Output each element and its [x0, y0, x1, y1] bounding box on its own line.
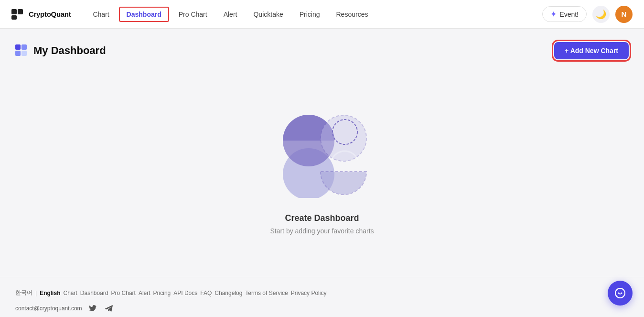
event-button[interactable]: ✦ Event! [542, 6, 587, 22]
svg-rect-5 [15, 51, 21, 56]
page-title-area: My Dashboard [15, 44, 106, 57]
svg-rect-6 [21, 51, 27, 56]
nav-alert[interactable]: Alert [217, 8, 244, 21]
add-new-chart-button[interactable]: + Add New Chart [554, 42, 629, 59]
footer-email: contact@cryptoquant.com [15, 305, 82, 312]
logo-icon [11, 9, 25, 20]
header-right: ✦ Event! 🌙 N [542, 6, 633, 23]
page-header: My Dashboard + Add New Chart [15, 42, 629, 59]
empty-illustration [274, 98, 370, 198]
svg-point-9 [321, 115, 366, 161]
header: CryptoQuant Chart Dashboard Pro Chart Al… [0, 0, 644, 29]
svg-rect-1 [18, 9, 23, 14]
empty-state-title: Create Dashboard [285, 213, 359, 223]
main-nav: Chart Dashboard Pro Chart Alert Quicktak… [86, 7, 542, 22]
footer-link-faq[interactable]: FAQ [200, 290, 212, 296]
brand-name: CryptoQuant [29, 10, 71, 18]
footer-lang-ko[interactable]: 한국어 [15, 289, 32, 297]
telegram-icon[interactable] [103, 303, 115, 314]
footer-link-dashboard[interactable]: Dashboard [80, 290, 108, 296]
footer-link-changelog[interactable]: Changelog [215, 290, 242, 296]
moon-icon: 🌙 [596, 9, 606, 20]
user-avatar[interactable]: N [615, 6, 633, 23]
nav-pro-chart[interactable]: Pro Chart [172, 8, 214, 21]
logo[interactable]: CryptoQuant [11, 9, 71, 20]
svg-rect-3 [15, 44, 21, 50]
avatar-initial: N [622, 10, 627, 18]
nav-quicktake[interactable]: Quicktake [247, 8, 290, 21]
svg-rect-2 [11, 15, 17, 20]
star-icon: ✦ [550, 10, 557, 19]
footer-link-pricing[interactable]: Pricing [153, 290, 171, 296]
footer-link-chart[interactable]: Chart [63, 290, 77, 296]
footer-link-pro-chart[interactable]: Pro Chart [111, 290, 136, 296]
footer-link-terms[interactable]: Terms of Service [245, 290, 288, 296]
twitter-icon[interactable] [87, 303, 98, 314]
footer-link-api-docs[interactable]: API Docs [173, 290, 197, 296]
nav-chart[interactable]: Chart [86, 8, 116, 21]
empty-state-subtitle: Start by adding your favorite charts [270, 227, 374, 235]
footer-link-alert[interactable]: Alert [139, 290, 150, 296]
dashboard-icon [15, 44, 28, 57]
svg-point-11 [615, 288, 625, 298]
nav-pricing[interactable]: Pricing [293, 8, 327, 21]
footer-lang-en[interactable]: English [40, 290, 60, 296]
nav-resources[interactable]: Resources [330, 8, 375, 21]
page-title: My Dashboard [33, 44, 106, 57]
empty-state: Create Dashboard Start by adding your fa… [15, 78, 629, 263]
footer-links: 한국어 | English Chart Dashboard Pro Chart … [15, 289, 629, 297]
event-label: Event! [559, 11, 579, 18]
footer-contact: contact@cryptoquant.com [15, 303, 629, 314]
svg-rect-4 [21, 44, 27, 50]
nav-dashboard[interactable]: Dashboard [119, 7, 169, 22]
main-content: My Dashboard + Add New Chart [0, 29, 644, 277]
footer: 한국어 | English Chart Dashboard Pro Chart … [0, 277, 644, 317]
chat-bubble-button[interactable] [608, 281, 633, 306]
footer-link-privacy[interactable]: Privacy Policy [291, 290, 327, 296]
svg-rect-0 [11, 9, 17, 14]
dark-mode-toggle[interactable]: 🌙 [592, 6, 610, 23]
lang-divider: | [35, 290, 37, 296]
